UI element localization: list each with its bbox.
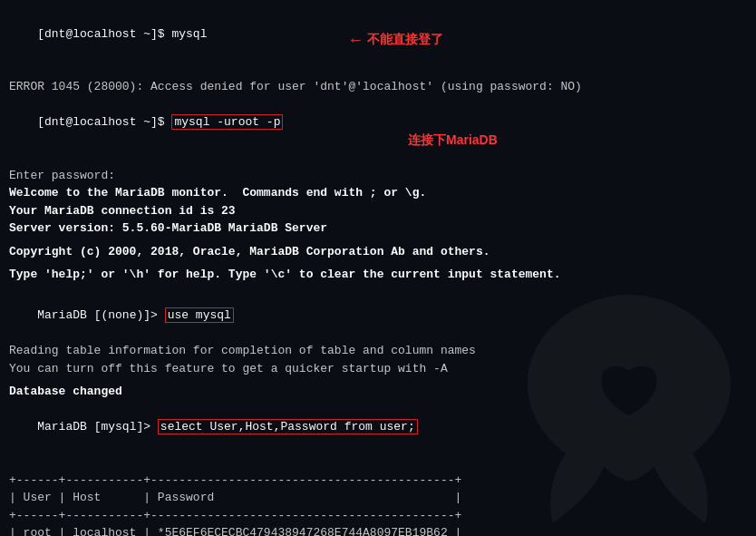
line-4: Enter password: xyxy=(9,167,747,185)
table-row-1: | root | localhost | *5E6EF6ECECBC479438… xyxy=(9,524,747,536)
line-11: Type 'help;' or '\h' for help. Type '\c'… xyxy=(9,266,747,284)
cmd-18: select User,Host,Password from user; xyxy=(158,419,418,434)
line-13: MariaDB [(none)]> use mysql xyxy=(9,289,747,343)
line-5: Welcome to the MariaDB monitor. Commands… xyxy=(9,184,747,202)
prompt-1: [dnt@localhost ~]$ xyxy=(37,27,171,41)
line-1: [dnt@localhost ~]$ mysql ←不能直接登了 xyxy=(9,7,747,78)
line-18: MariaDB [mysql]> select User,Host,Passwo… xyxy=(9,401,747,472)
cmd-13: use mysql xyxy=(165,307,234,323)
annotation-3: 连接下MariaDB xyxy=(408,131,498,150)
prompt-13: MariaDB [(none)]> xyxy=(37,308,164,322)
prompt-18: MariaDB [mysql]> xyxy=(37,420,158,434)
table-header: | User | Host | Password | xyxy=(9,489,747,507)
prompt-3: [dnt@localhost ~]$ xyxy=(37,115,171,129)
cmd-1: mysql xyxy=(171,27,207,41)
line-2: ERROR 1045 (28000): Access denied for us… xyxy=(9,78,747,96)
line-9: Copyright (c) 2000, 2018, Oracle, MariaD… xyxy=(9,243,747,261)
table-border-top: +------+-----------+--------------------… xyxy=(9,472,747,490)
line-3: [dnt@localhost ~]$ mysql -uroot -p 连接下Ma… xyxy=(9,96,747,167)
line-14: Reading table information for completion… xyxy=(9,342,747,360)
line-15: You can turn off this feature to get a q… xyxy=(9,360,747,378)
annotation-1: ←不能直接登了 xyxy=(326,9,443,72)
line-7: Server version: 5.5.60-MariaDB MariaDB S… xyxy=(9,219,747,238)
terminal-window: [dnt@localhost ~]$ mysql ←不能直接登了 ERROR 1… xyxy=(0,0,756,536)
line-6: Your MariaDB connection id is 23 xyxy=(9,202,747,220)
line-17: Database changed xyxy=(9,383,747,401)
table-border-mid: +------+-----------+--------------------… xyxy=(9,507,747,525)
cmd-3: mysql -uroot -p xyxy=(171,114,283,130)
